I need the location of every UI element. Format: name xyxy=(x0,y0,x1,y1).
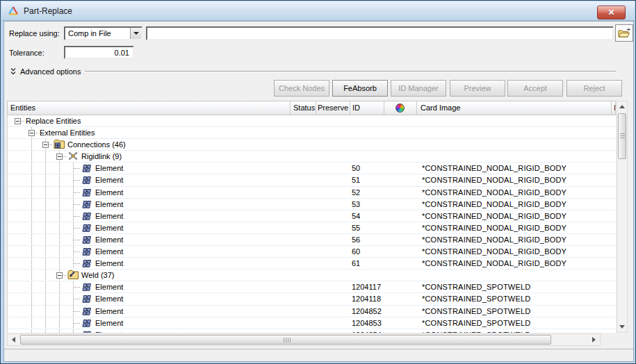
scroll-left-button[interactable] xyxy=(8,335,19,345)
row-card-image-value: *CONSTRAINED_SPOTWELD xyxy=(422,307,530,315)
advanced-options-toggle[interactable]: Advanced options xyxy=(10,66,616,77)
tree-expander-minus[interactable] xyxy=(28,130,35,136)
column-header-include-clipped[interactable]: I xyxy=(614,104,616,112)
tree-expander-minus[interactable] xyxy=(15,118,21,124)
tree-guide-line xyxy=(31,187,32,198)
tree-row[interactable]: Element51*CONSTRAINED_NODAL_RIGID_BODY xyxy=(8,174,616,186)
element-icon xyxy=(81,210,93,222)
column-header-status[interactable]: Status xyxy=(293,104,315,112)
row-card-image-value: *CONSTRAINED_SPOTWELD xyxy=(422,319,530,327)
color-wheel-icon[interactable] xyxy=(396,104,405,113)
tree-row[interactable]: Element1204852*CONSTRAINED_SPOTWELD xyxy=(8,306,616,317)
tree-row[interactable]: Element50*CONSTRAINED_NODAL_RIGID_BODY xyxy=(8,163,616,174)
tree-expander-minus[interactable] xyxy=(56,154,63,160)
element-icon xyxy=(81,199,93,210)
file-path-input[interactable] xyxy=(146,26,614,40)
thumb-grip xyxy=(284,338,291,342)
tree-row[interactable]: Element55*CONSTRAINED_NODAL_RIGID_BODY xyxy=(8,222,616,234)
column-header-entities[interactable]: Entities xyxy=(10,104,35,112)
element-icon xyxy=(81,281,93,292)
scroll-down-button[interactable] xyxy=(617,322,627,332)
scroll-right-button[interactable] xyxy=(589,335,599,345)
tree-row[interactable]: Element54*CONSTRAINED_NODAL_RIGID_BODY xyxy=(8,210,616,222)
tree-row[interactable]: Element60*CONSTRAINED_NODAL_RIGID_BODY xyxy=(8,246,616,258)
feabsorb-button[interactable]: FeAbsorb xyxy=(332,80,388,97)
tree-row[interactable]: Rigidlink (9) xyxy=(8,151,616,163)
tree-guide-line xyxy=(74,311,81,312)
tree-guide-line xyxy=(59,246,60,257)
tree-guide-line xyxy=(45,329,46,333)
element-icon xyxy=(81,258,93,269)
vertical-scroll-thumb[interactable] xyxy=(618,113,626,159)
column-header-preserve[interactable]: Preserve xyxy=(318,104,348,112)
row-id-value: 55 xyxy=(352,224,360,232)
tree-row[interactable]: Element53*CONSTRAINED_NODAL_RIGID_BODY xyxy=(8,199,616,210)
tree-guide-line xyxy=(31,270,32,281)
tree-expander-minus[interactable] xyxy=(42,142,49,148)
tree-guide-line xyxy=(59,306,60,317)
tree-row-label: Element xyxy=(95,176,123,184)
column-header-card-image[interactable]: Card Image xyxy=(421,104,460,112)
tree-row-label: Element xyxy=(95,283,123,291)
browse-file-button[interactable] xyxy=(615,24,633,42)
tree-guide-line xyxy=(45,222,46,233)
element-icon xyxy=(81,234,93,245)
tree-row-label: Element xyxy=(95,188,123,197)
replace-using-dropdown[interactable]: Comp in File xyxy=(64,26,142,40)
tree-row-label: Weld (37) xyxy=(81,271,114,279)
arrow-down-icon xyxy=(619,325,625,329)
tree-guide-line xyxy=(45,210,46,222)
horizontal-scroll-thumb[interactable] xyxy=(20,335,551,345)
preview-button[interactable]: Preview xyxy=(450,80,505,97)
tree-row[interactable]: Element1204117*CONSTRAINED_SPOTWELD xyxy=(8,281,616,293)
check-nodes-button[interactable]: Check Nodes xyxy=(274,80,329,97)
id-manager-button[interactable]: ID Manager xyxy=(391,80,446,97)
title-bar[interactable]: Part-Replace ✕ xyxy=(1,1,635,21)
horizontal-scrollbar[interactable] xyxy=(7,333,601,346)
tree-guide-line xyxy=(59,329,60,333)
vertical-scrollbar[interactable] xyxy=(617,101,628,333)
tree-row[interactable]: Element1204118*CONSTRAINED_SPOTWELD xyxy=(8,293,616,305)
tree-guide-line xyxy=(59,187,60,198)
tree-guide-line xyxy=(45,163,46,174)
tree-row[interactable]: Weld (37) xyxy=(8,270,616,281)
tree-guide-line xyxy=(74,180,81,181)
tree-guide-line xyxy=(59,234,60,245)
element-icon xyxy=(81,306,93,317)
tolerance-input[interactable] xyxy=(64,46,134,59)
tree-row[interactable]: Element52*CONSTRAINED_NODAL_RIGID_BODY xyxy=(8,187,616,199)
close-button[interactable]: ✕ xyxy=(597,6,626,19)
row-id-value: 53 xyxy=(352,200,360,208)
scroll-up-button[interactable] xyxy=(617,101,627,112)
panel-bottom-edge xyxy=(4,349,633,349)
header-separator xyxy=(416,101,417,115)
reject-button[interactable]: Reject xyxy=(566,80,622,97)
tree-row[interactable]: Connections (46) xyxy=(8,139,616,151)
tree-row-label: Element xyxy=(95,224,123,232)
tree-guide-line xyxy=(31,281,32,292)
tree-expander-minus[interactable] xyxy=(56,272,63,279)
tree-guide-line xyxy=(59,210,60,222)
tree-row-label: Element xyxy=(95,164,123,172)
row-id-value: 61 xyxy=(352,259,360,267)
header-separator xyxy=(316,101,316,115)
row-id-value: 1204852 xyxy=(352,307,382,315)
row-id-value: 1204117 xyxy=(352,283,381,291)
tree-row[interactable]: Element61*CONSTRAINED_NODAL_RIGID_BODY xyxy=(8,258,616,270)
tree-row[interactable]: External Entities xyxy=(8,127,616,139)
tree-row[interactable]: Element56*CONSTRAINED_NODAL_RIGID_BODY xyxy=(8,234,616,246)
column-header-id[interactable]: ID xyxy=(352,104,360,112)
tree-guide-line xyxy=(74,287,81,288)
row-id-value: 1204854 xyxy=(352,331,382,333)
arrow-left-icon xyxy=(12,337,15,342)
tree-row[interactable]: Element1204853*CONSTRAINED_SPOTWELD xyxy=(8,317,616,329)
open-folder-icon xyxy=(617,27,631,39)
accept-button[interactable]: Accept xyxy=(507,80,563,97)
row-card-image-value: *CONSTRAINED_SPOTWELD xyxy=(422,331,530,333)
tree-row[interactable]: Replace Entities xyxy=(8,115,616,127)
tree-row[interactable]: Element1204854*CONSTRAINED_SPOTWELD xyxy=(8,329,616,333)
row-card-image-value: *CONSTRAINED_NODAL_RIGID_BODY xyxy=(422,176,566,184)
dropdown-arrow-button[interactable] xyxy=(130,28,141,39)
tree-guide-line xyxy=(31,222,32,233)
table-header[interactable]: Entities Status Preserve ID Card Image I xyxy=(7,101,616,115)
